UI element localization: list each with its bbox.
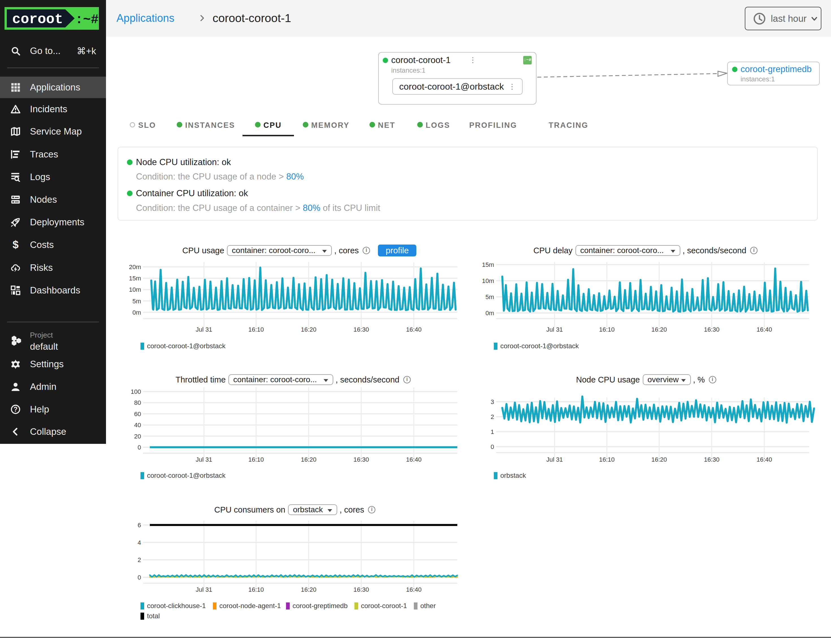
svg-text:16:30: 16:30 [353, 456, 369, 463]
svg-text:10m: 10m [129, 286, 141, 293]
svg-text:1: 1 [491, 428, 494, 435]
svg-text:10m: 10m [482, 277, 494, 284]
svg-text:16:30: 16:30 [704, 456, 720, 463]
svg-text:2: 2 [138, 556, 141, 563]
svg-text:Jul 31: Jul 31 [196, 586, 212, 593]
svg-text:16:10: 16:10 [248, 326, 264, 333]
svg-text:100: 100 [131, 388, 141, 395]
svg-text:Jul 31: Jul 31 [546, 326, 563, 333]
svg-text:5m: 5m [485, 293, 494, 301]
svg-text:20m: 20m [129, 263, 141, 271]
svg-text:40: 40 [134, 421, 141, 429]
svg-text:0: 0 [491, 443, 494, 450]
svg-text:16:30: 16:30 [353, 586, 369, 593]
svg-text:16:30: 16:30 [353, 326, 369, 333]
svg-text:Jul 31: Jul 31 [196, 326, 212, 333]
svg-text:Jul 31: Jul 31 [546, 456, 563, 463]
svg-text:6: 6 [138, 521, 141, 529]
svg-text:60: 60 [134, 410, 141, 418]
svg-text:3: 3 [491, 399, 494, 405]
svg-text:16:40: 16:40 [406, 586, 422, 593]
svg-text:?: ? [14, 406, 18, 413]
svg-text:16:40: 16:40 [406, 456, 422, 463]
svg-text:16:40: 16:40 [756, 456, 772, 463]
svg-text:0m: 0m [485, 309, 494, 317]
svg-text:coroot: coroot [12, 11, 63, 27]
svg-text:16:10: 16:10 [599, 456, 614, 463]
svg-text:80: 80 [134, 399, 141, 406]
svg-text:16:20: 16:20 [651, 326, 667, 333]
svg-text:16:40: 16:40 [406, 326, 422, 333]
svg-text:2: 2 [491, 413, 494, 420]
svg-text:16:10: 16:10 [599, 326, 614, 333]
svg-text:16:10: 16:10 [248, 456, 264, 463]
svg-text:16:20: 16:20 [301, 456, 316, 463]
svg-text:16:40: 16:40 [756, 326, 772, 333]
svg-text:15m: 15m [129, 275, 141, 282]
svg-text:16:20: 16:20 [301, 586, 316, 593]
svg-text:5m: 5m [132, 298, 141, 305]
svg-text:0: 0 [138, 574, 141, 581]
svg-text:16:20: 16:20 [651, 456, 667, 463]
svg-text:0: 0 [138, 444, 141, 451]
svg-text:16:30: 16:30 [704, 326, 720, 333]
svg-text::~#: :~# [75, 13, 99, 27]
svg-text:4: 4 [138, 539, 141, 546]
svg-text:16:10: 16:10 [248, 586, 264, 593]
svg-text:Jul 31: Jul 31 [196, 456, 212, 463]
svg-text:16:20: 16:20 [301, 326, 316, 333]
svg-text:20: 20 [134, 433, 141, 440]
svg-text:0m: 0m [132, 309, 141, 316]
svg-text:15m: 15m [482, 261, 494, 268]
svg-text:$: $ [13, 240, 18, 250]
